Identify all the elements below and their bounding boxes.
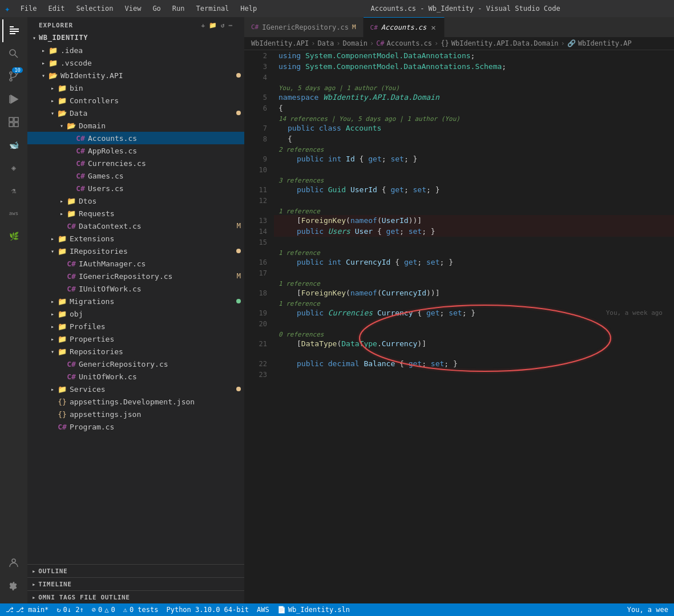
folder-vscode-icon: 📁	[48, 58, 58, 68]
activity-database[interactable]: ◈	[2, 156, 25, 179]
tree-item-bin[interactable]: ▸ 📁 bin	[27, 82, 244, 94]
tree-item-data[interactable]: ▾ 📂 Data	[27, 107, 244, 119]
tree-item-approles-cs[interactable]: ▸ C# AppRoles.cs	[27, 144, 244, 157]
tree-item-obj[interactable]: ▸ 📁 obj	[27, 307, 244, 320]
activity-extensions[interactable]	[2, 111, 25, 133]
breadcrumb-api[interactable]: WbIdentity.API	[251, 39, 309, 47]
status-solution[interactable]: 📄 Wb_Identity.sln	[277, 606, 350, 614]
activity-flask[interactable]: ⚗	[2, 179, 25, 202]
tree-item-iauthmanager-cs[interactable]: ▸ C# IAuthManager.cs	[27, 257, 244, 270]
sidebar-refresh-icon[interactable]: ↺	[221, 22, 225, 29]
tree-item-requests[interactable]: ▸ 📁 Requests	[27, 207, 244, 220]
activity-docker[interactable]: 🐋	[2, 133, 25, 156]
window-title: Accounts.cs - Wb_Identity - Visual Studi…	[261, 5, 669, 13]
program-cs-label: Program.cs	[70, 423, 244, 431]
tree-item-vscode[interactable]: ▸ 📁 .vscode	[27, 56, 244, 69]
tree-item-irepositories[interactable]: ▾ 📁 IRepositories	[27, 245, 244, 257]
tree-item-dtos[interactable]: ▸ 📁 Dtos	[27, 194, 244, 207]
aws-label: AWS	[257, 606, 269, 614]
editor-area: C# IGenericRepository.cs M C# Accounts.c…	[244, 17, 674, 603]
folder-extensions-icon: 📁	[57, 233, 67, 244]
breadcrumb-namespace[interactable]: WbIdentity.API.Data.Domain	[451, 39, 559, 47]
outline-section: ▸ OUTLINE	[27, 564, 244, 577]
outline-section-header[interactable]: ▸ OUTLINE	[27, 565, 244, 577]
omni-tags-section-header[interactable]: ▸ OMNI TAGS FILE OUTLINE	[27, 591, 244, 603]
tree-item-igenericrepository-cs[interactable]: ▸ C# IGenericRepository.cs M	[27, 270, 244, 282]
menu-help[interactable]: Help	[236, 3, 261, 14]
tree-item-profiles[interactable]: ▸ 📁 Profiles	[27, 320, 244, 333]
tab-accounts[interactable]: C# Accounts.cs ✕	[364, 17, 445, 37]
iunitofwork-cs-label: IUnitOfWork.cs	[79, 285, 244, 293]
svg-point-8	[10, 79, 12, 81]
menu-file[interactable]: File	[16, 3, 42, 14]
status-errors[interactable]: ⊘ 0 △ 0	[92, 606, 115, 614]
sync-icon: ↻	[56, 606, 60, 614]
tree-item-domain[interactable]: ▾ 📂 Domain	[27, 119, 244, 132]
sidebar-collapse-icon[interactable]: ⋯	[228, 22, 233, 29]
tab-igenericrepository[interactable]: C# IGenericRepository.cs M	[244, 17, 364, 37]
status-bar: ⎇ ⎇ main* ↻ 0↓ 2↑ ⊘ 0 △ 0 ⚠ 0 tests Pyth…	[0, 603, 674, 616]
timeline-section-header[interactable]: ▸ TIMELINE	[27, 578, 244, 590]
activity-source-control[interactable]: 10	[2, 65, 25, 88]
chevron-down-icon: ▾	[48, 246, 57, 256]
tree-root-wb-identity[interactable]: ▾ WB_IDENTITY	[27, 31, 244, 44]
tree-item-iunitofwork-cs[interactable]: ▸ C# IUnitOfWork.cs	[27, 282, 244, 295]
tree-item-controllers[interactable]: ▸ 📁 Controllers	[27, 94, 244, 107]
tree-item-datacontext-cs[interactable]: ▸ C# DataContext.cs M	[27, 220, 244, 232]
sidebar-new-folder-icon[interactable]: 📁	[209, 22, 217, 29]
activity-settings[interactable]	[2, 576, 25, 599]
activity-run[interactable]	[2, 88, 25, 111]
breadcrumb-data[interactable]: Data	[317, 39, 334, 47]
code-line-20	[274, 318, 674, 329]
tree-item-properties[interactable]: ▸ 📁 Properties	[27, 333, 244, 345]
line-num-8: 8	[244, 133, 274, 144]
breadcrumb-accounts-cs[interactable]: Accounts.cs	[387, 39, 432, 47]
status-aws[interactable]: AWS	[257, 606, 269, 614]
breadcrumb: WbIdentity.API › Data › Domain › C# Acco…	[244, 37, 674, 50]
folder-api-label: WbIdentity.API	[60, 71, 236, 80]
tree-item-extensions[interactable]: ▸ 📁 Extensions	[27, 232, 244, 245]
tree-item-wbidentity-api[interactable]: ▾ 📂 WbIdentity.API	[27, 69, 244, 82]
menu-terminal[interactable]: Terminal	[192, 3, 234, 14]
code-content[interactable]: using System.ComponentModel.DataAnnotati…	[274, 50, 674, 603]
activity-leaf[interactable]: 🌿	[2, 225, 25, 248]
menu-view[interactable]: View	[120, 3, 146, 14]
menu-go[interactable]: Go	[148, 3, 165, 14]
tree-item-accounts-cs[interactable]: ▸ C# Accounts.cs	[27, 132, 244, 144]
menu-selection[interactable]: Selection	[71, 3, 118, 14]
activity-aws[interactable]: aws	[2, 202, 25, 225]
code-line-7: public class Accounts	[274, 123, 674, 133]
status-tests[interactable]: ⚠ 0 tests	[123, 606, 159, 614]
activity-explorer[interactable]	[2, 19, 25, 42]
sidebar-new-file-icon[interactable]: +	[201, 22, 206, 29]
tree-item-appsettings-dev-json[interactable]: ▸ {} appsettings.Development.json	[27, 395, 244, 408]
sidebar-header: EXPLORER + 📁 ↺ ⋯	[27, 17, 244, 31]
tree-item-appsettings-json[interactable]: ▸ {} appsettings.json	[27, 408, 244, 420]
status-branch[interactable]: ⎇ ⎇ main*	[6, 606, 49, 614]
tree-item-idea[interactable]: ▸ 📁 .idea	[27, 44, 244, 56]
csharp-icon: C#	[66, 258, 76, 269]
tree-item-repositories[interactable]: ▾ 📁 Repositories	[27, 345, 244, 358]
breadcrumb-domain[interactable]: Domain	[343, 39, 368, 47]
menu-edit[interactable]: Edit	[44, 3, 70, 14]
status-python[interactable]: Python 3.10.0 64-bit	[166, 606, 249, 614]
activity-account[interactable]	[2, 551, 25, 574]
status-sync[interactable]: ↻ 0↓ 2↑	[56, 606, 83, 614]
tree-item-services[interactable]: ▸ 📁 Services	[27, 383, 244, 395]
tab-close-button[interactable]: ✕	[430, 23, 437, 32]
menu-run[interactable]: Run	[168, 3, 189, 14]
tree-item-users-cs[interactable]: ▸ C# Users.cs	[27, 182, 244, 194]
svg-rect-1	[10, 29, 19, 30]
tree-item-unitofwork-cs[interactable]: ▸ C# UnitOfWork.cs	[27, 370, 244, 383]
tree-item-program-cs[interactable]: ▸ C# Program.cs	[27, 420, 244, 433]
menu-bar[interactable]: File Edit Selection View Go Run Terminal…	[16, 3, 262, 14]
tree-item-genericrepository-cs[interactable]: ▸ C# GenericRepository.cs	[27, 358, 244, 370]
tree-item-currencies-cs[interactable]: ▸ C# Currencies.cs	[27, 157, 244, 169]
breadcrumb-wbidentityap[interactable]: WbIdentity.AP	[578, 39, 632, 47]
folder-irepositories-label: IRepositories	[70, 247, 236, 256]
sidebar-tree[interactable]: ▾ WB_IDENTITY ▸ 📁 .idea ▸ 📁 .vscode ▾ 📂 …	[27, 31, 244, 564]
tree-item-games-cs[interactable]: ▸ C# Games.cs	[27, 169, 244, 182]
line-num-2: 2	[244, 50, 274, 61]
tree-item-migrations[interactable]: ▸ 📁 Migrations	[27, 295, 244, 307]
activity-search[interactable]	[2, 42, 25, 65]
